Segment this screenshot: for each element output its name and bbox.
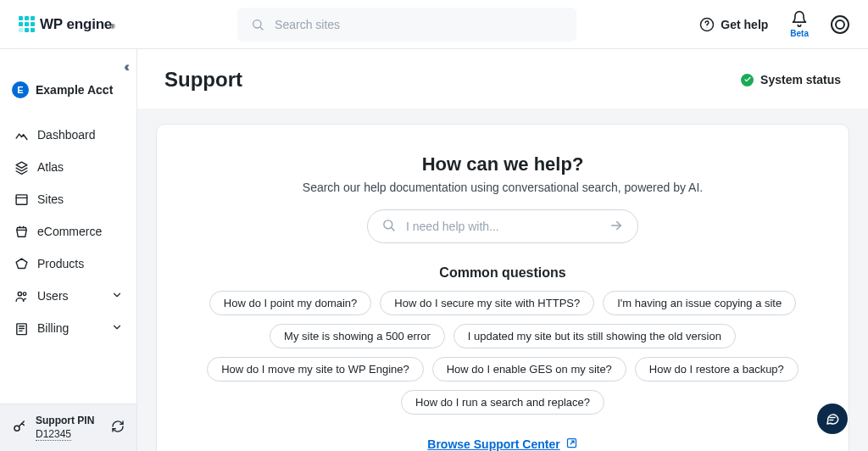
account-switcher[interactable]: E Example Acct bbox=[8, 81, 128, 98]
brand-name: WP engine® bbox=[40, 16, 115, 33]
sidebar-item-ecommerce[interactable]: eCommerce bbox=[8, 215, 128, 248]
arrow-right-icon[interactable] bbox=[609, 218, 624, 236]
common-question-chip[interactable]: How do I secure my site with HTTPS? bbox=[380, 291, 594, 315]
help-card-title: How can we help? bbox=[182, 153, 823, 175]
sidebar-item-billing[interactable]: Billing bbox=[8, 312, 128, 344]
sidebar-item-dashboard[interactable]: Dashboard bbox=[8, 119, 128, 151]
global-search-placeholder: Search sites bbox=[275, 18, 340, 31]
common-question-chip[interactable]: How do I move my site to WP Engine? bbox=[207, 357, 424, 381]
page-title: Support bbox=[164, 68, 242, 92]
support-pin-panel: Support PIN D12345 bbox=[0, 404, 136, 451]
common-question-chip[interactable]: How do I enable GES on my site? bbox=[432, 357, 626, 381]
common-question-chip[interactable]: How do I run a search and replace? bbox=[401, 390, 604, 415]
help-card: How can we help? Search our help documen… bbox=[156, 124, 849, 451]
sidebar-nav: Dashboard Atlas Sites eCommerce Products… bbox=[8, 119, 128, 404]
sidebar-item-users[interactable]: Users bbox=[8, 280, 128, 312]
external-link-icon bbox=[565, 437, 578, 451]
search-icon bbox=[249, 16, 266, 33]
chevron-down-icon bbox=[111, 321, 123, 336]
notifications-button[interactable]: Beta bbox=[790, 10, 809, 38]
account-initial-badge: E bbox=[12, 81, 29, 98]
sidebar: ‹‹ E Example Acct Dashboard Atlas Sites … bbox=[0, 49, 137, 451]
help-icon bbox=[698, 16, 715, 33]
bell-icon bbox=[791, 10, 808, 27]
products-icon bbox=[14, 256, 29, 271]
help-search-input[interactable] bbox=[404, 219, 600, 234]
atlas-icon bbox=[14, 159, 29, 175]
svg-rect-6 bbox=[16, 323, 25, 334]
dashboard-icon bbox=[14, 127, 29, 142]
account-name: Example Acct bbox=[36, 83, 113, 97]
brand-logo-mark bbox=[19, 16, 35, 32]
svg-point-0 bbox=[253, 19, 261, 27]
common-question-chip[interactable]: How do I point my domain? bbox=[209, 291, 372, 315]
key-icon bbox=[12, 419, 27, 437]
status-ok-icon bbox=[741, 74, 754, 86]
common-question-chip[interactable]: I'm having an issue copying a site bbox=[603, 291, 796, 315]
sidebar-item-atlas[interactable]: Atlas bbox=[8, 151, 128, 183]
common-question-chip[interactable]: I updated my site but its still showing … bbox=[453, 324, 736, 348]
support-pin-value[interactable]: D12345 bbox=[36, 428, 71, 441]
billing-icon bbox=[14, 320, 29, 336]
help-card-subtitle: Search our help documentation using conv… bbox=[182, 181, 823, 194]
search-icon bbox=[381, 218, 396, 235]
chevron-down-icon bbox=[111, 289, 123, 303]
brand-logo[interactable]: WP engine® bbox=[19, 16, 115, 33]
get-help-link[interactable]: Get help bbox=[698, 16, 768, 33]
system-status-link[interactable]: System status bbox=[741, 73, 841, 86]
common-question-chip[interactable]: How do I restore a backup? bbox=[635, 357, 798, 381]
ecommerce-icon bbox=[14, 224, 29, 239]
common-questions-title: Common questions bbox=[182, 265, 823, 281]
svg-point-8 bbox=[384, 220, 392, 229]
refresh-pin-button[interactable] bbox=[111, 420, 125, 437]
main-content: Support System status How can we help? S… bbox=[137, 49, 868, 451]
svg-point-5 bbox=[23, 292, 26, 295]
svg-point-4 bbox=[18, 292, 21, 295]
users-icon bbox=[14, 288, 29, 303]
svg-point-2 bbox=[707, 27, 708, 28]
browse-support-center-link[interactable]: Browse Support Center bbox=[427, 437, 577, 451]
chat-fab[interactable] bbox=[817, 404, 848, 434]
help-search[interactable] bbox=[367, 209, 638, 243]
common-question-chip[interactable]: My site is showing a 500 error bbox=[270, 324, 445, 348]
svg-rect-3 bbox=[16, 194, 27, 203]
sidebar-item-sites[interactable]: Sites bbox=[8, 183, 128, 215]
support-pin-label: Support PIN bbox=[36, 415, 94, 426]
beta-badge: Beta bbox=[790, 29, 809, 38]
app-header: WP engine® Search sites Get help Beta bbox=[0, 0, 868, 49]
sidebar-collapse-button[interactable]: ‹‹ bbox=[124, 59, 128, 81]
sidebar-item-products[interactable]: Products bbox=[8, 248, 128, 280]
common-questions: How do I point my domain?How do I secure… bbox=[182, 291, 823, 415]
account-menu[interactable] bbox=[831, 15, 849, 34]
sites-icon bbox=[14, 192, 29, 207]
global-search[interactable]: Search sites bbox=[237, 8, 576, 42]
page-header: Support System status bbox=[137, 49, 868, 109]
